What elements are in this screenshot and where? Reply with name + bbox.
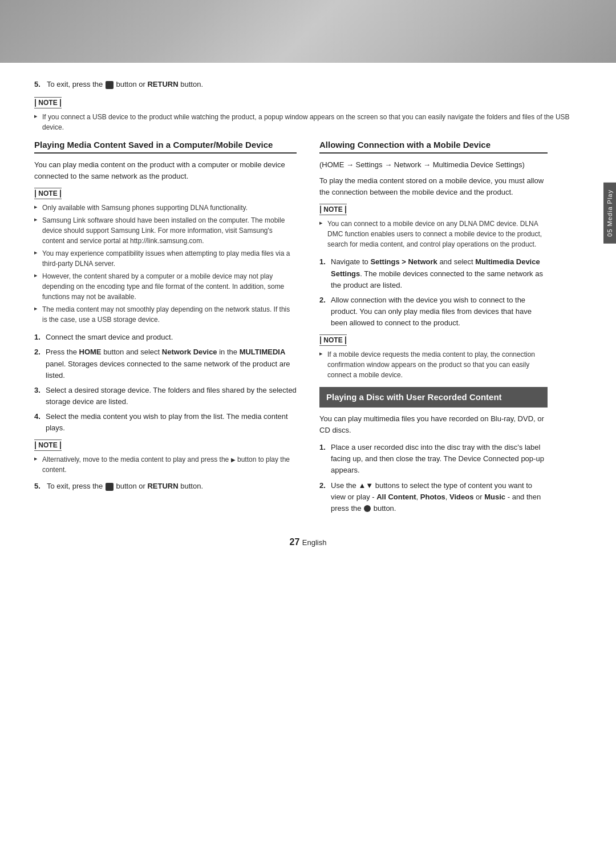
section2-title: Playing a Disc with User Recorded Conten…	[319, 387, 548, 408]
page-number: 27	[290, 537, 300, 547]
right-note2-label: ǀ NOTE ǀ	[319, 334, 347, 346]
right-note1-item-0: You can connect to a mobile device on an…	[319, 219, 548, 249]
right-note1-list: You can connect to a mobile device on an…	[319, 219, 548, 249]
intro-step5-text3: button.	[180, 80, 203, 88]
right-column: Allowing Connection with a Mobile Device…	[319, 139, 548, 520]
right-note2-item-0: If a mobile device requests the media co…	[319, 349, 548, 380]
left-step5-text1: To exit, press the	[47, 482, 103, 490]
left-step5-text2: button or	[116, 482, 145, 490]
left-section-intro: You can play media content on the produc…	[34, 159, 297, 182]
left-note1-item-2: You may experience compatibility issues …	[34, 248, 297, 269]
header-banner	[0, 0, 616, 63]
intro-step5-text2: button or	[116, 80, 145, 88]
enter-button-icon	[364, 505, 371, 512]
left-step-1: 1. Connect the smart device and product.	[34, 332, 297, 343]
right-note2-list: If a mobile device requests the media co…	[319, 349, 548, 380]
right-nav-path: (HOME → Settings → Network → Multimedia …	[319, 159, 548, 171]
right-note1: ǀ NOTE ǀ You can connect to a mobile dev…	[319, 204, 548, 249]
right-step-1: 1. Navigate to Settings > Network and se…	[319, 256, 548, 291]
left-note2-label: ǀ NOTE ǀ	[34, 439, 62, 451]
right-note1-label: ǀ NOTE ǀ	[319, 204, 347, 215]
section2-intro: You can play multimedia files you have r…	[319, 413, 548, 436]
left-note1-label: ǀ NOTE ǀ	[34, 188, 62, 199]
left-note1-item-3: However, the content shared by a compute…	[34, 271, 297, 302]
left-stop-icon	[106, 483, 114, 491]
intro-step5-return: RETURN	[147, 80, 178, 88]
left-note1-item-0: Only available with Samsung phones suppo…	[34, 203, 297, 213]
left-note2-list: Alternatively, move to the media content…	[34, 454, 297, 475]
left-steps-list: 1. Connect the smart device and product.…	[34, 332, 297, 434]
left-section-title: Playing Media Content Saved in a Compute…	[34, 139, 297, 154]
left-column: Playing Media Content Saved in a Compute…	[34, 139, 297, 520]
left-note1: ǀ NOTE ǀ Only available with Samsung pho…	[34, 188, 297, 325]
left-step5-return: RETURN	[147, 482, 178, 490]
left-step-4: 4. Select the media content you wish to …	[34, 411, 297, 434]
left-note1-item-1: Samsung Link software should have been i…	[34, 215, 297, 246]
intro-step5-text1: To exit, press the	[47, 80, 103, 88]
page-footer: 27 English	[34, 537, 582, 547]
right-section-intro: To play the media content stored on a mo…	[319, 175, 548, 198]
left-note2-item-0: Alternatively, move to the media content…	[34, 454, 297, 475]
intro-note-list: If you connect a USB device to the produ…	[34, 112, 582, 132]
intro-note: ǀ NOTE ǀ If you connect a USB device to …	[34, 97, 582, 132]
right-note2: ǀ NOTE ǀ If a mobile device requests the…	[319, 334, 548, 380]
intro-note-item-1: If you connect a USB device to the produ…	[34, 112, 582, 132]
main-content: 5. To exit, press the button or RETURN b…	[0, 63, 616, 570]
intro-note-label: ǀ NOTE ǀ	[34, 97, 62, 108]
right-section-title: Allowing Connection with a Mobile Device	[319, 139, 548, 154]
page-language: English	[302, 538, 327, 547]
section2-step-1: 1. Place a user recorded disc into the d…	[319, 442, 548, 476]
section2-step-2: 2. Use the ▲▼ buttons to select the type…	[319, 480, 548, 514]
section2-steps-list: 1. Place a user recorded disc into the d…	[319, 442, 548, 514]
intro-step5-num: 5.	[34, 80, 40, 88]
left-step-2: 2. Press the HOME button and select Netw…	[34, 346, 297, 381]
stop-button-icon	[106, 81, 114, 89]
right-step-2: 2. Allow connection with the device you …	[319, 295, 548, 329]
left-step5-num: 5.	[34, 482, 40, 490]
two-column-layout: Playing Media Content Saved in a Compute…	[34, 139, 582, 520]
left-note1-list: Only available with Samsung phones suppo…	[34, 203, 297, 325]
left-note1-item-4: The media content may not smoothly play …	[34, 304, 297, 325]
side-tab-text: 05 Media Play	[606, 189, 613, 237]
left-step5-text3: button.	[180, 482, 203, 490]
intro-step5: 5. To exit, press the button or RETURN b…	[34, 80, 582, 89]
side-tab: 05 Media Play	[603, 183, 616, 244]
right-steps-list: 1. Navigate to Settings > Network and se…	[319, 256, 548, 329]
left-note2: ǀ NOTE ǀ Alternatively, move to the medi…	[34, 439, 297, 475]
left-step-3: 3. Select a desired storage device. The …	[34, 385, 297, 408]
left-step5: 5. To exit, press the button or RETURN b…	[34, 482, 297, 491]
